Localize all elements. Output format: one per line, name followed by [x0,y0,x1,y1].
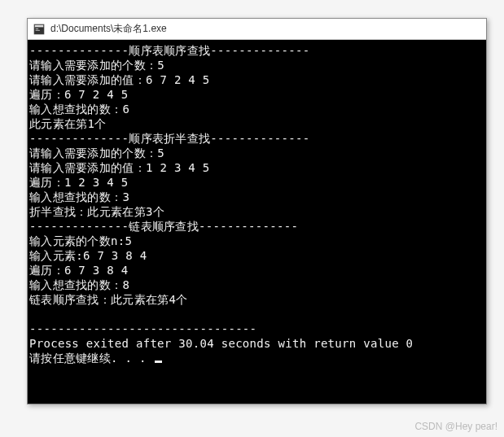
output-line: --------------顺序表顺序查找-------------- [29,44,310,57]
app-icon [33,23,46,36]
output-line: 遍历：6 7 3 8 4 [29,264,128,277]
output-line: 请输入需要添加的个数：5 [29,146,164,160]
window-title: d:\Documents\未命名1.exe [50,22,167,36]
output-line: 遍历：6 7 2 4 5 [29,88,128,101]
output-line: 输入元素的个数n:5 [29,234,132,247]
output-line: 输入想查找的数：6 [29,103,129,116]
output-line: 输入元素:6 7 3 8 4 [29,249,147,262]
console-window: d:\Documents\未命名1.exe --------------顺序表顺… [27,18,487,404]
output-line: -------------------------------- [29,322,256,335]
output-line: 此元素在第1个 [29,117,107,130]
output-line: 请输入需要添加的值：6 7 2 4 5 [29,73,210,86]
watermark: CSDN @Hey pear! [414,421,497,432]
output-line: 请按任意键继续. . . [29,352,153,365]
svg-rect-1 [35,24,44,27]
console-output: --------------顺序表顺序查找-------------- 请输入需… [28,40,486,404]
output-line: 输入想查找的数：8 [29,278,129,291]
svg-rect-2 [36,28,39,29]
output-line: 链表顺序查找：此元素在第4个 [29,293,188,306]
output-line: 请输入需要添加的值：1 2 3 4 5 [29,161,210,174]
output-line: 折半查找：此元素在第3个 [29,205,164,218]
title-bar: d:\Documents\未命名1.exe [28,19,486,40]
output-line: Process exited after 30.04 seconds with … [29,337,413,350]
output-line: 遍历：1 2 3 4 5 [29,176,128,189]
svg-rect-3 [36,29,40,30]
output-line: 请输入需要添加的个数：5 [29,59,164,72]
output-line: --------------顺序表折半查找-------------- [29,132,310,145]
cursor [155,361,162,363]
output-line: --------------链表顺序查找-------------- [29,220,298,233]
output-line: 输入想查找的数：3 [29,190,129,203]
